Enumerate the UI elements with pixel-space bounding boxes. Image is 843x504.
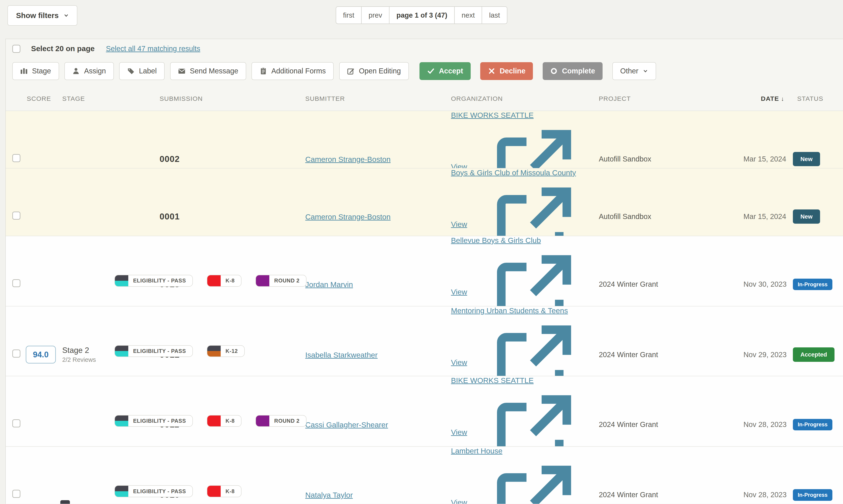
label-tag[interactable]: ELIGIBILITY - PASS [115,345,193,357]
submission-id: 0002 [159,154,180,164]
submitter-link[interactable]: Cameron Strange-Boston [305,155,391,164]
table-row: 0002 Cameron Strange-Boston BIKE WORKS S… [6,111,843,168]
additional-forms-icon [260,67,267,75]
select-all-matching-link[interactable]: Select all 47 matching results [106,44,200,53]
status-badge: In-Progress [793,278,832,290]
organization-link[interactable]: BIKE WORKS SEATTLE [451,376,534,385]
circle-icon [550,67,557,75]
view-link[interactable]: View [451,428,467,437]
clipped-next-row-element [60,500,70,504]
table-header-row: SCORE STAGE SUBMISSION SUBMITTER ORGANIZ… [6,87,843,111]
status-badge: In-Progress [793,419,832,430]
pagination-current-page: page 1 of 3 (47) [389,6,455,24]
column-header-score[interactable]: SCORE [26,95,61,102]
label-color-block [207,486,221,497]
bulk-actions-toolbar: Stage Assign Label Send Message Addition… [6,58,843,87]
submitter-link[interactable]: Isabella Starkweather [305,351,378,359]
open-editing-button[interactable]: Open Editing [339,62,409,80]
row-checkbox[interactable] [12,419,20,427]
project-name: 2024 Winter Grant [599,491,658,499]
label-tag-text: ELIGIBILITY - PASS [128,275,192,286]
view-link[interactable]: View [451,358,467,367]
table-row: 0010 Natalya Taylor Lambert House View 2… [6,446,843,504]
submitter-link[interactable]: Cameron Strange-Boston [305,213,391,221]
status-badge: In-Progress [793,489,832,501]
view-link[interactable]: View [451,163,467,168]
pagination-next-button[interactable]: next [454,6,482,24]
label-tag[interactable]: ELIGIBILITY - PASS [115,275,193,287]
show-filters-button[interactable]: Show filters [7,5,77,26]
project-name: 2024 Winter Grant [599,420,658,429]
organization-link[interactable]: BIKE WORKS SEATTLE [451,111,534,120]
show-filters-label: Show filters [16,11,58,20]
other-button-label: Other [620,67,638,75]
column-header-status[interactable]: STATUS [792,95,843,102]
send-message-button[interactable]: Send Message [170,62,246,80]
view-link[interactable]: View [451,498,467,504]
row-checkbox[interactable] [12,212,20,220]
column-header-submission[interactable]: SUBMISSION [158,95,304,102]
label-tag[interactable]: ELIGIBILITY - PASS [115,485,193,497]
chevron-down-icon [64,13,69,18]
label-color-block [115,275,128,286]
submission-date: Nov 30, 2023 [743,280,787,288]
external-link-icon [470,392,598,446]
row-checkbox[interactable] [12,154,20,162]
row-checkbox[interactable] [12,349,20,358]
pagination-first-button[interactable]: first [336,6,362,24]
label-tag[interactable]: ROUND 2 [256,415,307,427]
column-header-organization[interactable]: ORGANIZATION [450,95,598,102]
label-button[interactable]: Label [119,62,165,80]
submission-id: 0001 [159,212,180,221]
submitter-link[interactable]: Cassi Gallagher-Shearer [305,420,388,429]
column-header-date[interactable]: DATE ↓ [742,95,792,102]
status-badge: New [793,152,820,166]
project-name: Autofill Sandbox [599,212,651,220]
label-tag[interactable]: K-8 [207,275,241,287]
column-header-stage[interactable]: STAGE [61,95,158,102]
pagination-last-button[interactable]: last [482,6,507,24]
accept-button[interactable]: Accept [419,62,470,80]
decline-button-label: Decline [500,67,526,75]
external-link-icon [470,184,598,236]
label-tag-text: ROUND 2 [269,275,306,286]
column-header-project[interactable]: PROJECT [598,95,742,102]
additional-forms-button[interactable]: Additional Forms [252,62,334,80]
assign-icon [72,67,80,75]
view-link[interactable]: View [451,220,467,229]
label-color-block [256,275,269,286]
column-header-submitter[interactable]: SUBMITTER [304,95,450,102]
label-color-block [207,415,221,427]
select-all-checkbox[interactable] [12,45,20,53]
organization-link[interactable]: Boys & Girls Club of Missoula County [451,168,576,177]
submitter-link[interactable]: Natalya Taylor [305,491,353,499]
submission-date: Mar 15, 2024 [743,155,786,163]
row-checkbox[interactable] [12,490,20,498]
decline-button[interactable]: Decline [480,62,533,80]
results-panel: Select 20 on page Select all 47 matching… [5,39,843,504]
organization-link[interactable]: Lambert House [451,447,502,455]
stage-reviews: 2/2 Reviews [62,356,158,363]
score-value[interactable]: 94.0 [26,346,56,363]
stage-button[interactable]: Stage [12,62,59,80]
label-tag[interactable]: K-8 [207,415,241,427]
label-tags: ELIGIBILITY - PASSK-8 [115,485,242,497]
row-checkbox[interactable] [12,279,20,287]
complete-button[interactable]: Complete [543,62,603,80]
label-tag-text: ELIGIBILITY - PASS [128,486,192,497]
label-button-label: Label [139,67,157,75]
label-tag[interactable]: K-8 [207,485,241,497]
check-icon [427,67,434,75]
other-button[interactable]: Other [612,62,656,80]
organization-link[interactable]: Mentoring Urban Students & Teens [451,306,568,315]
pagination-prev-button[interactable]: prev [361,6,390,24]
submitter-link[interactable]: Jordan Marvin [305,280,353,289]
label-tag[interactable]: ELIGIBILITY - PASS [115,415,193,427]
label-tag[interactable]: K-12 [207,345,245,357]
organization-link[interactable]: Bellevue Boys & Girls Club [451,236,541,245]
view-link[interactable]: View [451,288,467,296]
top-bar: Show filters first prev page 1 of 3 (47)… [0,0,843,33]
label-tag[interactable]: ROUND 2 [256,275,307,287]
assign-button[interactable]: Assign [64,62,114,80]
submission-date: Nov 29, 2023 [743,350,787,359]
